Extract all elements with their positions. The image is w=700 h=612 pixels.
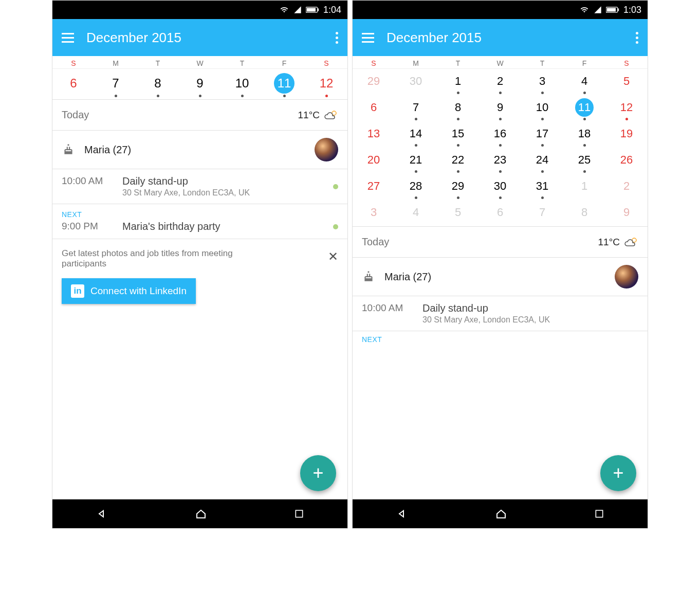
day-cell[interactable]: 21 [395,148,437,174]
day-cell[interactable]: 27 [353,174,395,200]
day-number: 7 [533,203,551,222]
today-label: Today [362,236,389,248]
event-standup[interactable]: 10:00 AM Daily stand-up 30 St Mary Axe, … [353,296,648,331]
weather[interactable]: 11°C [298,110,338,121]
day-number: 29 [364,72,383,91]
day-cell[interactable]: 26 [605,148,648,174]
day-cell[interactable]: 20 [353,148,395,174]
day-cell[interactable]: 13 [353,121,395,148]
birthday-item[interactable]: Maria (27) [353,257,648,296]
day-cell[interactable]: 7 [521,200,563,226]
day-cell[interactable]: 31 [521,174,563,200]
day-number: 19 [617,124,636,143]
day-cell[interactable]: 24 [521,148,563,174]
day-cell[interactable]: 6 [479,200,521,226]
recent-apps-icon[interactable] [294,509,304,519]
day-number: 6 [63,73,84,94]
event-party[interactable]: NEXT 9:00 PM Maria's birthday party [52,204,347,239]
linkedin-icon: in [71,284,84,298]
home-icon[interactable] [195,508,207,520]
day-number: 8 [449,98,467,117]
partly-cloudy-icon [324,110,338,121]
avatar[interactable] [315,138,338,161]
day-cell[interactable]: 23 [479,148,521,174]
day-cell[interactable]: 10 [221,69,263,99]
day-cell[interactable]: 9 [605,200,648,226]
day-cell[interactable]: 29 [353,69,395,95]
day-cell[interactable]: 22 [437,148,479,174]
app-title[interactable]: December 2015 [86,30,181,46]
day-cell[interactable]: 29 [437,174,479,200]
day-cell[interactable]: 17 [521,121,563,148]
day-number: 6 [491,203,509,222]
event-indicator-dot [457,92,459,94]
day-cell[interactable]: 25 [563,148,605,174]
overflow-menu-icon[interactable] [636,32,638,44]
day-number: 22 [449,151,467,169]
recent-apps-icon[interactable] [594,509,604,519]
day-cell[interactable]: 4 [563,69,605,95]
day-cell[interactable]: 30 [395,69,437,95]
day-number: 27 [364,177,383,195]
overflow-menu-icon[interactable] [336,32,338,44]
day-cell[interactable]: 19 [605,121,648,148]
linkedin-promo: Get latest photos and job titles from me… [52,239,347,313]
day-cell[interactable]: 5 [605,69,648,95]
day-number: 5 [449,203,467,222]
day-cell[interactable]: 6 [52,69,95,99]
day-cell[interactable]: 15 [437,121,479,148]
add-event-fab[interactable]: + [300,455,336,491]
menu-icon[interactable] [62,33,74,43]
day-cell[interactable]: 12 [605,95,648,121]
day-cell[interactable]: 5 [437,200,479,226]
day-cell[interactable]: 2 [605,174,648,200]
day-cell[interactable]: 30 [479,174,521,200]
day-cell[interactable]: 28 [395,174,437,200]
home-icon[interactable] [495,508,507,520]
birthday-item[interactable]: Maria (27) [52,130,347,169]
connect-linkedin-button[interactable]: in Connect with LinkedIn [62,278,196,304]
day-cell[interactable]: 9 [179,69,221,99]
dow-label: S [305,56,347,68]
app-title[interactable]: December 2015 [386,30,482,46]
weather[interactable]: 11°C [598,237,638,248]
day-cell[interactable]: 3 [353,200,395,226]
day-cell[interactable]: 4 [395,200,437,226]
day-number: 2 [491,72,509,91]
day-cell[interactable]: 11 [263,69,305,99]
menu-icon[interactable] [362,33,374,43]
today-label: Today [62,109,89,121]
back-icon[interactable] [96,508,108,520]
day-cell[interactable]: 9 [479,95,521,121]
event-standup[interactable]: 10:00 AM Daily stand-up 30 St Mary Axe, … [52,169,347,204]
day-cell[interactable]: 8 [137,69,179,99]
week-strip: 6789101112 [52,69,347,99]
svg-rect-7 [618,8,619,11]
day-number: 28 [407,177,425,195]
day-number: 5 [617,72,636,91]
day-cell[interactable]: 12 [305,69,347,99]
day-cell[interactable]: 18 [563,121,605,148]
day-cell[interactable]: 1 [437,69,479,95]
day-cell[interactable]: 3 [521,69,563,95]
avatar[interactable] [615,265,638,289]
day-cell[interactable]: 2 [479,69,521,95]
svg-rect-9 [596,510,602,517]
day-cell[interactable]: 1 [563,174,605,200]
close-icon[interactable]: ✕ [328,249,338,264]
day-cell[interactable]: 6 [353,95,395,121]
day-cell[interactable]: 11 [563,95,605,121]
event-indicator-dot [283,95,286,97]
day-cell[interactable]: 14 [395,121,437,148]
day-cell[interactable]: 7 [95,69,137,99]
day-cell[interactable]: 8 [437,95,479,121]
add-event-fab[interactable]: + [600,455,636,491]
today-section: Today 11°C [353,226,648,257]
back-icon[interactable] [396,508,408,520]
next-section-cut: NEXT [353,331,648,344]
status-time: 1:04 [323,5,341,15]
day-cell[interactable]: 16 [479,121,521,148]
day-cell[interactable]: 8 [563,200,605,226]
day-cell[interactable]: 7 [395,95,437,121]
day-cell[interactable]: 10 [521,95,563,121]
